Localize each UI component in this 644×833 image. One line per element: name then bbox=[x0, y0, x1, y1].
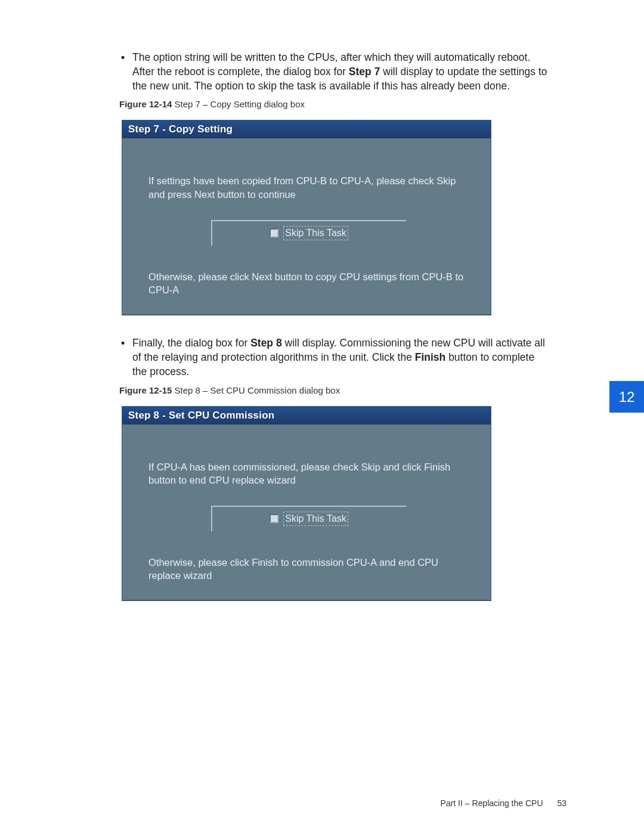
dialog-lower-message: Otherwise, please click Next button to c… bbox=[148, 270, 469, 297]
dialog-title: Step 8 - Set CPU Commission bbox=[122, 407, 491, 425]
skip-task-button[interactable]: Skip This Task bbox=[211, 506, 407, 532]
dialog-copy-setting: Step 7 - Copy Setting If settings have b… bbox=[122, 120, 491, 315]
caption-label: Figure 12-15 bbox=[119, 385, 172, 395]
skip-checkbox[interactable] bbox=[270, 228, 278, 237]
bullet-dot: • bbox=[119, 50, 126, 93]
page-footer: Part II – Replacing the CPU 53 bbox=[441, 798, 566, 808]
bold-text: Step 8 bbox=[250, 337, 282, 349]
bullet-item: • Finally, the dialog box for Step 8 wil… bbox=[119, 336, 549, 379]
bullet-text: Finally, the dialog box for Step 8 will … bbox=[132, 336, 549, 379]
bullet-text: The option string will be written to the… bbox=[132, 50, 549, 93]
bold-text: Finish bbox=[415, 351, 446, 363]
bold-text: Step 7 bbox=[349, 66, 380, 78]
skip-label: Skip This Task bbox=[283, 226, 348, 240]
dialog-set-cpu-commission: Step 8 - Set CPU Commission If CPU-A has… bbox=[122, 406, 491, 602]
dialog-message: If CPU-A has been commissioned, please c… bbox=[148, 460, 469, 487]
dialog-message: If settings have been copied from CPU-B … bbox=[148, 174, 469, 201]
figure-caption: Figure 12-15 Step 8 – Set CPU Commission… bbox=[119, 385, 549, 395]
page-content: • The option string will be written to t… bbox=[119, 50, 549, 601]
page-number: 53 bbox=[557, 798, 566, 808]
skip-checkbox[interactable] bbox=[270, 514, 278, 523]
text-segment: Finally, the dialog box for bbox=[132, 337, 250, 349]
caption-text: Step 8 – Set CPU Commission dialog box bbox=[172, 385, 340, 395]
footer-section: Part II – Replacing the CPU bbox=[441, 798, 543, 808]
dialog-lower-message: Otherwise, please click Finish to commis… bbox=[148, 556, 469, 583]
skip-task-button[interactable]: Skip This Task bbox=[211, 220, 407, 246]
bullet-item: • The option string will be written to t… bbox=[119, 50, 549, 93]
bullet-dot: • bbox=[119, 336, 126, 379]
figure-caption: Figure 12-14 Step 7 – Copy Setting dialo… bbox=[119, 99, 549, 109]
dialog-body: If settings have been copied from CPU-B … bbox=[122, 138, 491, 301]
chapter-tab: 12 bbox=[609, 381, 644, 413]
skip-label: Skip This Task bbox=[283, 512, 348, 526]
caption-label: Figure 12-14 bbox=[119, 99, 172, 109]
dialog-title: Step 7 - Copy Setting bbox=[122, 120, 491, 138]
dialog-body: If CPU-A has been commissioned, please c… bbox=[122, 425, 491, 587]
caption-text: Step 7 – Copy Setting dialog box bbox=[172, 99, 305, 109]
